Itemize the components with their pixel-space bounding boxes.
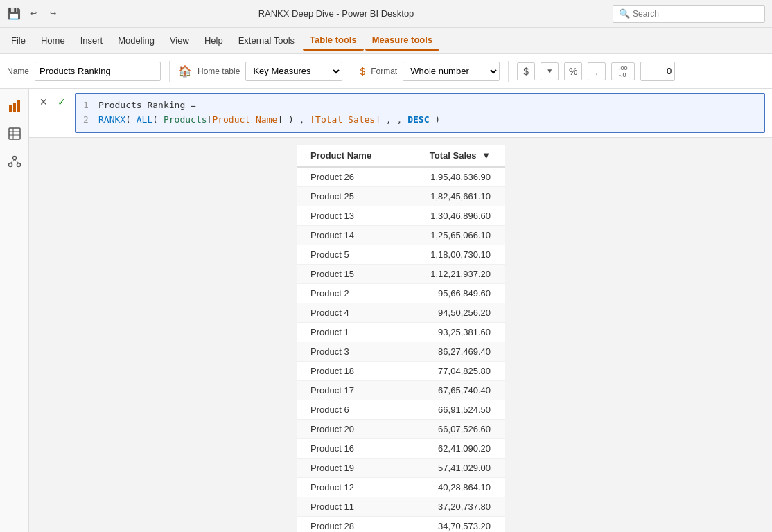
svg-rect-3	[9, 128, 20, 139]
home-table-select[interactable]: Key Measures Products Sales	[245, 62, 342, 81]
table-row: Product 19 57,41,029.00	[297, 458, 505, 477]
total-sales-cell: 95,66,849.60	[401, 283, 505, 303]
total-sales-cell: 94,50,256.20	[401, 303, 505, 322]
products-ranking-table: Product Name Total Sales ▼ Product 26 1,…	[297, 145, 505, 532]
formula-cancel-button[interactable]: ✕	[36, 94, 51, 109]
decimal-adjust-button[interactable]: .00-.0	[611, 62, 635, 80]
total-sales-header[interactable]: Total Sales ▼	[401, 145, 505, 167]
total-sales-cell: 77,04,825.80	[401, 361, 505, 380]
total-sales-measure: [Total Sales]	[310, 114, 380, 125]
ribbon-separator-3	[508, 61, 509, 82]
menu-measure-tools[interactable]: Measure tools	[365, 30, 439, 51]
svg-point-8	[8, 163, 12, 167]
table-row: Product 25 1,82,45,661.10	[297, 186, 505, 206]
sort-arrow: ▼	[482, 150, 491, 161]
total-sales-cell: 1,18,00,730.10	[401, 245, 505, 264]
total-sales-cell: 86,27,469.40	[401, 342, 505, 361]
formula-line-2: 2 RANKX( ALL( Products[Product Name] ) ,…	[83, 113, 757, 127]
table-header-row: Product Name Total Sales ▼	[297, 145, 505, 167]
product-name-cell: Product 5	[297, 245, 401, 264]
menu-table-tools[interactable]: Table tools	[303, 30, 364, 51]
undo-button[interactable]: ↩	[26, 7, 40, 21]
formula-line1-text: Products Ranking =	[98, 98, 196, 113]
total-sales-cell: 62,41,090.20	[401, 438, 505, 458]
svg-rect-1	[13, 103, 16, 112]
formula-line-1: 1 Products Ranking =	[83, 98, 757, 113]
menu-insert[interactable]: Insert	[73, 31, 110, 50]
table-row: Product 2 95,66,849.60	[297, 283, 505, 303]
product-name-cell: Product 12	[297, 477, 401, 497]
product-name-cell: Product 18	[297, 361, 401, 380]
total-sales-cell: 93,25,381.60	[401, 322, 505, 342]
product-name-cell: Product 6	[297, 400, 401, 419]
menu-file[interactable]: File	[4, 31, 33, 50]
total-sales-cell: 34,70,573.20	[401, 516, 505, 532]
total-sales-cell: 1,12,21,937.20	[401, 264, 505, 283]
table-row: Product 6 66,91,524.50	[297, 400, 505, 419]
table-view-icon[interactable]	[4, 123, 25, 144]
menu-external-tools[interactable]: External Tools	[231, 31, 301, 50]
table-row: Product 13 1,30,46,896.60	[297, 206, 505, 225]
formula-bar: ✕ ✓ 1 Products Ranking = 2 RANKX( ALL( P…	[29, 89, 772, 138]
table-row: Product 18 77,04,825.80	[297, 361, 505, 380]
home-table-label: Home table	[198, 66, 240, 76]
menu-help[interactable]: Help	[198, 31, 230, 50]
search-input[interactable]	[633, 9, 757, 19]
rankx-function: RANKX	[98, 114, 125, 125]
total-sales-cell: 66,07,526.60	[401, 419, 505, 438]
percent-button[interactable]: %	[564, 62, 582, 80]
decimal-places-input[interactable]	[640, 62, 675, 81]
menu-view[interactable]: View	[163, 31, 196, 50]
product-name-header[interactable]: Product Name	[297, 145, 401, 167]
app-title: RANKX Deep Dive - Power BI Desktop	[258, 8, 414, 19]
table-row: Product 11 37,20,737.80	[297, 497, 505, 516]
formula-confirm-button[interactable]: ✓	[54, 94, 69, 109]
title-bar: 💾 ↩ ↪ RANKX Deep Dive - Power BI Desktop…	[0, 0, 772, 28]
product-name-cell: Product 4	[297, 303, 401, 322]
total-sales-cell: 1,82,45,661.10	[401, 186, 505, 206]
measure-name-input[interactable]	[35, 62, 161, 81]
save-icon: 💾	[7, 7, 21, 20]
dollar-button[interactable]: $	[517, 62, 535, 80]
menu-home[interactable]: Home	[34, 31, 72, 50]
product-name-cell: Product 14	[297, 225, 401, 245]
product-name-cell: Product 16	[297, 438, 401, 458]
report-view-icon[interactable]	[4, 96, 25, 116]
table-row: Product 20 66,07,526.60	[297, 419, 505, 438]
total-sales-cell: 1,30,46,896.60	[401, 206, 505, 225]
dropdown-arrow-button[interactable]: ▼	[541, 62, 559, 80]
format-icon: $	[360, 66, 365, 77]
product-name-cell: Product 11	[297, 497, 401, 516]
table-row: Product 26 1,95,48,636.90	[297, 167, 505, 187]
format-select[interactable]: Whole number Decimal number Currency Per…	[403, 62, 500, 81]
formula-line2-code: RANKX( ALL( Products[Product Name] ) , […	[98, 113, 440, 127]
line-number-1: 1	[83, 98, 91, 113]
total-sales-cell: 40,28,864.10	[401, 477, 505, 497]
svg-rect-2	[17, 100, 20, 112]
ribbon-separator-1	[169, 61, 170, 82]
menu-modeling[interactable]: Modeling	[111, 31, 161, 50]
table-row: Product 16 62,41,090.20	[297, 438, 505, 458]
redo-button[interactable]: ↪	[46, 7, 60, 21]
product-name-cell: Product 26	[297, 167, 401, 187]
format-label: Format	[371, 66, 397, 76]
formula-editor[interactable]: 1 Products Ranking = 2 RANKX( ALL( Produ…	[75, 93, 765, 133]
table-row: Product 4 94,50,256.20	[297, 303, 505, 322]
total-sales-cell: 1,25,65,066.10	[401, 225, 505, 245]
svg-point-9	[17, 163, 20, 167]
product-name-cell: Product 3	[297, 342, 401, 361]
products-table-ref: Products	[164, 114, 207, 125]
ribbon: Name 🏠 Home table Key Measures Products …	[0, 54, 772, 89]
comma-button[interactable]: ,	[588, 62, 606, 80]
ribbon-separator-2	[351, 61, 351, 82]
product-name-cell: Product 17	[297, 380, 401, 400]
model-view-icon[interactable]	[4, 151, 25, 172]
menu-bar: File Home Insert Modeling View Help Exte…	[0, 28, 772, 54]
svg-point-7	[12, 157, 16, 160]
table-row: Product 12 40,28,864.10	[297, 477, 505, 497]
table-row: Product 14 1,25,65,066.10	[297, 225, 505, 245]
table-row: Product 5 1,18,00,730.10	[297, 245, 505, 264]
svg-rect-0	[9, 105, 12, 112]
search-box[interactable]: 🔍	[613, 5, 765, 23]
total-sales-cell: 57,41,029.00	[401, 458, 505, 477]
